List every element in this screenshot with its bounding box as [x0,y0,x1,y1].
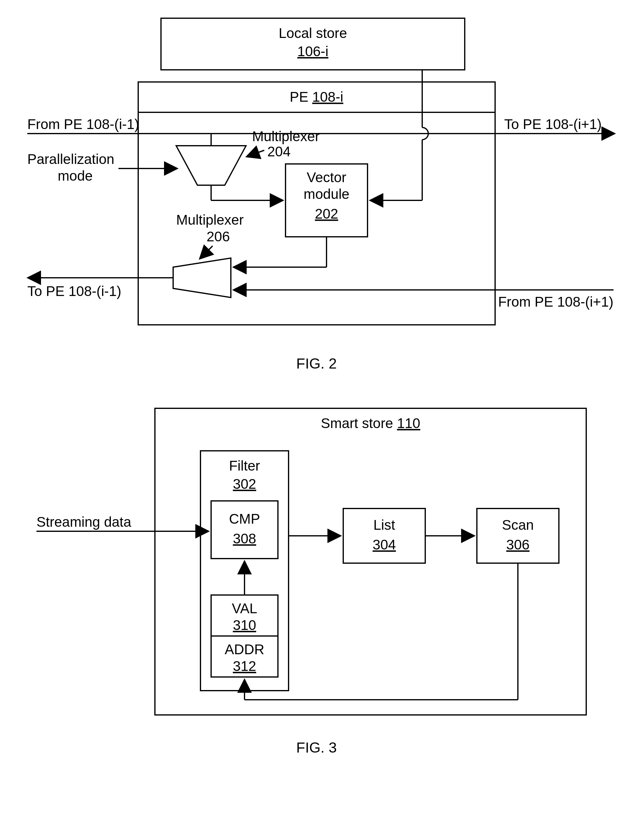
fig2-caption: FIG. 2 [12,355,621,372]
scan-label: Scan [502,517,534,533]
val-label: VAL [232,600,257,616]
fig3-caption: FIG. 3 [12,739,621,756]
fig3-diagram: Smart store 110 Filter 302 CMP 308 VAL 3… [12,396,621,730]
fig2-diagram: Local store 106-i PE 108-i From PE 108-(… [12,12,621,346]
cmp-box [211,501,278,559]
cmp-ref: 308 [233,531,256,546]
scan-ref: 306 [506,537,530,553]
parallel-label: Parallelization [27,151,114,167]
mux206-ref: 206 [207,229,230,245]
to-next-label: To PE 108-(i+1) [504,116,602,132]
cmp-label: CMP [229,511,260,527]
pe-label: PE 108-i [290,89,343,105]
mux204-label: Multiplexer [252,128,320,144]
addr-label: ADDR [225,641,264,657]
list-label: List [373,517,395,533]
local-store-ref: 106-i [298,43,328,59]
mux204-ref: 204 [267,144,291,159]
val-ref: 310 [233,617,256,633]
vector-ref: 202 [315,206,339,222]
local-store-label: Local store [279,25,347,41]
smart-store-label: Smart store 110 [321,415,420,431]
list-ref: 304 [373,537,396,553]
filter-ref: 302 [233,476,256,492]
streaming-label: Streaming data [36,514,131,530]
mode-label: mode [58,168,93,184]
vector-label1: Vector [307,169,346,185]
mux206-label: Multiplexer [176,212,244,228]
vector-label2: module [304,186,350,202]
scan-box [477,508,559,563]
list-box [343,508,425,563]
addr-ref: 312 [233,658,256,674]
to-prev-label: To PE 108-(i-1) [27,283,121,299]
filter-label: Filter [229,458,260,474]
from-prev-label: From PE 108-(i-1) [27,116,139,132]
from-next-label: From PE 108-(i+1) [498,294,614,309]
